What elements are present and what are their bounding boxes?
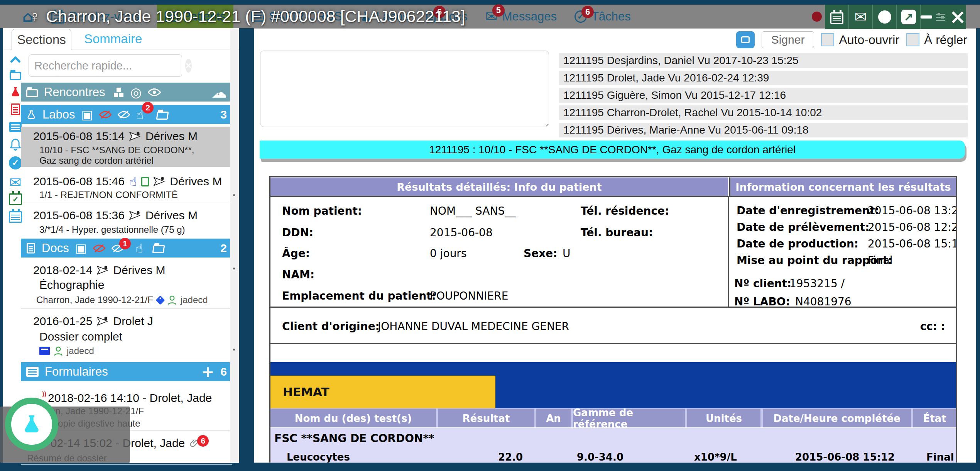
- recording-dot: [812, 12, 822, 22]
- doc-item-title[interactable]: Échographie: [39, 278, 104, 291]
- file-text-icon[interactable]: [8, 103, 22, 115]
- field-label: Date d'enregistrement:: [737, 204, 879, 217]
- field-value: 2015-06-08 15:14: [868, 237, 957, 250]
- selection-icon[interactable]: [75, 241, 87, 256]
- folder-open-icon[interactable]: [156, 112, 169, 120]
- field-label: Tél. résidence:: [581, 205, 669, 217]
- lab-item-desc[interactable]: 10/10 - FSC **SANG DE CORDON**, Gaz sang…: [39, 145, 205, 166]
- bell-icon[interactable]: [8, 138, 22, 151]
- labs-floating-button[interactable]: [5, 398, 58, 451]
- section-formulaires[interactable]: Formulaires 6: [21, 362, 232, 381]
- eye-slash-icon[interactable]: 1: [112, 243, 124, 253]
- patient-title: ♀ Charron, Jade 1990-12-21 (F) #000008 […: [29, 5, 465, 28]
- minimize-icon[interactable]: [921, 15, 932, 19]
- sidebar-scrollbar[interactable]: [230, 28, 238, 463]
- paperclip-badge: 6: [197, 435, 209, 447]
- envelope-icon: [855, 8, 867, 25]
- notes-textarea[interactable]: [260, 51, 549, 127]
- report-view-toggle-button[interactable]: [736, 31, 755, 48]
- visit-row[interactable]: 1211195 Dérives, Marie-Anne Vu 2015-06-1…: [559, 123, 968, 137]
- nav-taches-label: Tâches: [591, 10, 631, 24]
- calendar-check-icon[interactable]: [8, 191, 22, 205]
- tab-sommaire[interactable]: Sommaire: [84, 28, 142, 49]
- nav-taches[interactable]: Tâches 6: [574, 10, 631, 24]
- folder-icon[interactable]: [8, 70, 22, 80]
- cell-etat: Final: [926, 451, 954, 463]
- signer-button[interactable]: Signer: [762, 31, 814, 48]
- search-input[interactable]: [29, 59, 185, 72]
- tab-sections[interactable]: Sections: [12, 29, 71, 50]
- lab-item-date[interactable]: 2015-06-08 15:36 Dérives M: [33, 209, 198, 222]
- sent-by-physician-icon: [129, 131, 141, 141]
- field-value: 2015-06-08 12:29: [868, 221, 957, 234]
- close-icon[interactable]: [949, 9, 966, 25]
- report-column-header: Nom du (des) test(s) Résultat An Gamme d…: [270, 408, 956, 427]
- eye-slash-red-icon[interactable]: [93, 243, 105, 253]
- external-link-icon: [901, 10, 916, 24]
- cubes-icon[interactable]: [114, 93, 118, 97]
- archive-icon[interactable]: [39, 347, 50, 355]
- column-header: Unités: [687, 408, 760, 427]
- doc-item-date[interactable]: 2018-02-14 Dérives M: [33, 264, 165, 277]
- folder-open-icon[interactable]: [152, 245, 165, 253]
- toolbar-calendar-button[interactable]: [825, 5, 849, 29]
- doc-item-author: Drolet J: [113, 315, 153, 328]
- list-form-icon[interactable]: [8, 122, 22, 132]
- add-form-icon[interactable]: [201, 363, 215, 381]
- visit-row[interactable]: 1211195 Drolet, Jade Vu 2016-02-24 12:39: [559, 71, 968, 85]
- visit-row[interactable]: 1211195 Charron-Drolet, Rachel Vu 2015-1…: [559, 105, 968, 120]
- section-docs[interactable]: Docs 1 2: [21, 239, 232, 258]
- envelope-icon[interactable]: [8, 174, 22, 191]
- collapse-chevron-up-icon[interactable]: [8, 54, 22, 65]
- hand-select-icon[interactable]: 2: [136, 107, 144, 122]
- lab-item-date[interactable]: 2015-06-08 15:14 Dérives M: [33, 130, 198, 143]
- section-labos[interactable]: Labos 2 3: [21, 105, 232, 124]
- eye-slash-red-icon[interactable]: [99, 110, 112, 120]
- lab-item-desc[interactable]: 1/1 - REJET/NON CONFORMITÉ: [39, 190, 205, 200]
- search-clear-icon[interactable]: ✕: [185, 59, 192, 73]
- doc-item-date-text: 2018-02-14: [33, 264, 92, 277]
- eye-slash-icon[interactable]: [118, 110, 130, 120]
- doc-item-title[interactable]: Dossier complet: [39, 330, 122, 343]
- nav-messages[interactable]: Messages 5: [485, 8, 557, 25]
- sent-by-physician-icon: [97, 316, 108, 326]
- lab-item-desc[interactable]: 3/*1/4 - Hyper. gestationnelle (75 g): [39, 224, 205, 235]
- lab-item-date-text: 2015-06-08 15:36: [33, 209, 125, 222]
- lab-item-date[interactable]: 2015-06-08 15:46 Dérives M: [33, 174, 222, 189]
- hand-select-icon[interactable]: [135, 241, 143, 256]
- field-value: 2015-06-08: [430, 226, 493, 239]
- paperclip-icon: 6: [189, 438, 199, 448]
- doc-item-date[interactable]: 2016-01-25 Drolet J: [33, 315, 153, 328]
- report-header-patient: Résultats détaillés: Info du patient: [270, 177, 728, 196]
- toolbar-messages-button[interactable]: [849, 5, 873, 29]
- form-item-title-row[interactable]: 2018-02-16 14:10 - Drolet, Jade: [26, 389, 212, 407]
- divider: [21, 203, 232, 203]
- sidebar: Sections Sommaire ✕ Rencontres Labos: [3, 28, 239, 463]
- report-client-box: Client d'origine: JOHANNE DUVAL MEDECINE…: [270, 307, 956, 344]
- check-circle-icon[interactable]: [8, 156, 22, 169]
- field-value: Final: [868, 254, 893, 267]
- doc-item-author: Dérives M: [113, 264, 165, 277]
- flask-icon[interactable]: [8, 85, 22, 98]
- visit-row[interactable]: 1211195 Desjardins, Daniel Vu 2017-10-23…: [559, 53, 968, 68]
- result-banner[interactable]: 1211195 : 10/10 - FSC **SANG DE CORDON**…: [260, 141, 965, 159]
- toolbar-tasks-button[interactable]: [873, 5, 897, 29]
- scroll-dot: [233, 268, 235, 269]
- auto-ouvrir-checkbox[interactable]: [821, 33, 834, 46]
- calendar-icon[interactable]: [8, 209, 22, 223]
- report-section-tab: HEMAT: [270, 376, 495, 408]
- visit-row[interactable]: 1211195 Giguère, Simon Vu 2015-12-17 12:…: [559, 88, 968, 103]
- tag-icon[interactable]: [155, 295, 165, 305]
- sliders-icon[interactable]: [936, 14, 945, 15]
- lab-item-date-text: 2015-06-08 15:14: [33, 130, 125, 143]
- selection-icon[interactable]: [81, 107, 93, 122]
- toolbar-popout-button[interactable]: [897, 5, 921, 29]
- eye-icon[interactable]: [148, 88, 161, 97]
- target-icon[interactable]: [130, 85, 142, 100]
- lab-item-author: Dérives M: [145, 130, 198, 143]
- cloud-download-icon[interactable]: [211, 83, 227, 101]
- field-value: 2015-06-08 13:26: [868, 204, 957, 217]
- a-regler-checkbox[interactable]: [906, 33, 919, 46]
- hand-icon: [129, 174, 137, 189]
- section-rencontres[interactable]: Rencontres: [21, 83, 232, 102]
